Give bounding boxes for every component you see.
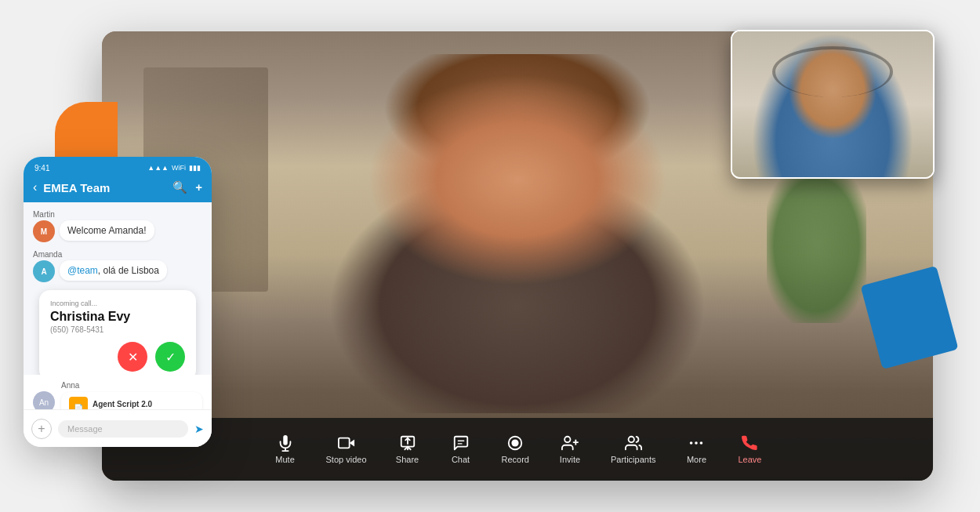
chat-message-martin: Martin M Welcome Amanda! bbox=[33, 210, 202, 242]
avatar-amanda: A bbox=[33, 260, 55, 282]
leave-label: Leave bbox=[738, 455, 761, 464]
incoming-call-card: Incoming call... Christina Evy (650) 768… bbox=[39, 290, 196, 375]
status-time: 9:41 bbox=[34, 164, 49, 172]
signal-icon: ▲▲▲ bbox=[147, 164, 169, 172]
participants-icon bbox=[625, 434, 642, 452]
svg-point-10 bbox=[512, 439, 519, 446]
battery-icon: ▮▮▮ bbox=[189, 164, 201, 172]
plant-decor bbox=[767, 166, 866, 324]
mobile-status-bar: 9:41 ▲▲▲ WiFi ▮▮▮ bbox=[24, 157, 212, 174]
avatar-martin: M bbox=[33, 220, 55, 242]
file-name: Agent Script 2.0 bbox=[93, 400, 152, 409]
incoming-call-label: Incoming call... bbox=[50, 300, 185, 307]
call-action-buttons: ✕ ✓ bbox=[50, 342, 185, 372]
video-icon bbox=[338, 434, 355, 452]
message-text-martin: Welcome Amanda! bbox=[60, 220, 154, 241]
decline-call-button[interactable]: ✕ bbox=[118, 342, 147, 372]
invite-icon bbox=[561, 434, 579, 452]
send-icon: ➤ bbox=[194, 423, 204, 435]
share-button[interactable]: Share bbox=[384, 430, 431, 469]
stop-video-label: Stop video bbox=[326, 455, 367, 464]
add-attachment-button[interactable]: + bbox=[31, 419, 52, 439]
mobile-app-header: ‹ EMEA Team 🔍 + bbox=[24, 174, 212, 202]
svg-point-11 bbox=[564, 437, 570, 442]
plus-icon: + bbox=[38, 422, 45, 436]
message-input-bar: + Message ➤ bbox=[24, 409, 212, 447]
svg-rect-3 bbox=[338, 438, 349, 448]
team-name: EMEA Team bbox=[43, 181, 166, 194]
decline-icon: ✕ bbox=[128, 350, 138, 365]
participants-button[interactable]: Participants bbox=[600, 430, 666, 469]
chat-icon bbox=[452, 434, 470, 452]
chat-messages-area: Martin M Welcome Amanda! Amanda A @team,… bbox=[24, 202, 212, 375]
mention-tag: @team bbox=[67, 265, 98, 276]
back-button[interactable]: ‹ bbox=[33, 180, 37, 194]
mic-icon bbox=[277, 434, 294, 452]
record-icon bbox=[506, 434, 524, 452]
chat-message-amanda: Amanda A @team, olá de Lisboa bbox=[33, 250, 202, 282]
leave-button[interactable]: Leave bbox=[726, 430, 773, 469]
svg-point-14 bbox=[628, 437, 633, 442]
message-text-amanda: @team, olá de Lisboa bbox=[60, 260, 167, 281]
header-actions: 🔍 + bbox=[172, 180, 202, 194]
headset-arc bbox=[772, 46, 893, 97]
invite-button[interactable]: Invite bbox=[546, 430, 593, 469]
search-icon[interactable]: 🔍 bbox=[172, 180, 187, 194]
mobile-chat-app: 9:41 ▲▲▲ WiFi ▮▮▮ ‹ EMEA Team 🔍 + Martin… bbox=[24, 157, 212, 447]
record-button[interactable]: Record bbox=[491, 430, 540, 469]
sender-name-amanda: Amanda bbox=[33, 250, 202, 259]
share-icon bbox=[399, 434, 416, 452]
more-button[interactable]: More bbox=[673, 430, 720, 469]
caller-name: Christina Evy bbox=[50, 310, 185, 324]
sender-name-martin: Martin bbox=[33, 210, 202, 219]
sender-name-anna: Anna bbox=[61, 381, 202, 390]
svg-point-16 bbox=[695, 441, 699, 445]
video-toolbar: Mute Stop video Share bbox=[102, 418, 933, 481]
invite-label: Invite bbox=[560, 455, 580, 464]
share-label: Share bbox=[396, 455, 419, 464]
more-label: More bbox=[687, 455, 706, 464]
message-body: , olá de Lisboa bbox=[98, 265, 159, 276]
pip-video-feed bbox=[732, 31, 933, 177]
pip-video-window bbox=[731, 30, 935, 179]
svg-point-17 bbox=[700, 441, 703, 445]
add-icon[interactable]: + bbox=[195, 180, 202, 194]
wifi-icon: WiFi bbox=[172, 164, 186, 172]
send-message-button[interactable]: ➤ bbox=[194, 423, 204, 435]
svg-marker-2 bbox=[349, 439, 354, 446]
status-indicators: ▲▲▲ WiFi ▮▮▮ bbox=[147, 164, 201, 172]
accept-call-button[interactable]: ✓ bbox=[155, 342, 185, 372]
more-icon bbox=[688, 434, 705, 452]
stop-video-button[interactable]: Stop video bbox=[315, 430, 378, 469]
mute-label: Mute bbox=[275, 455, 294, 464]
chat-label: Chat bbox=[452, 455, 470, 464]
main-speaker-face bbox=[310, 54, 725, 413]
participants-label: Participants bbox=[611, 455, 655, 464]
mute-button[interactable]: Mute bbox=[262, 430, 309, 469]
svg-point-15 bbox=[690, 441, 693, 445]
message-placeholder: Message bbox=[67, 424, 103, 434]
leave-icon bbox=[741, 434, 758, 452]
orange-decorative-shape bbox=[55, 102, 118, 165]
message-input-field[interactable]: Message bbox=[58, 420, 188, 438]
caller-number: (650) 768-5431 bbox=[50, 325, 185, 334]
accept-icon: ✓ bbox=[165, 350, 176, 365]
record-label: Record bbox=[502, 455, 529, 464]
chat-button[interactable]: Chat bbox=[437, 430, 485, 469]
